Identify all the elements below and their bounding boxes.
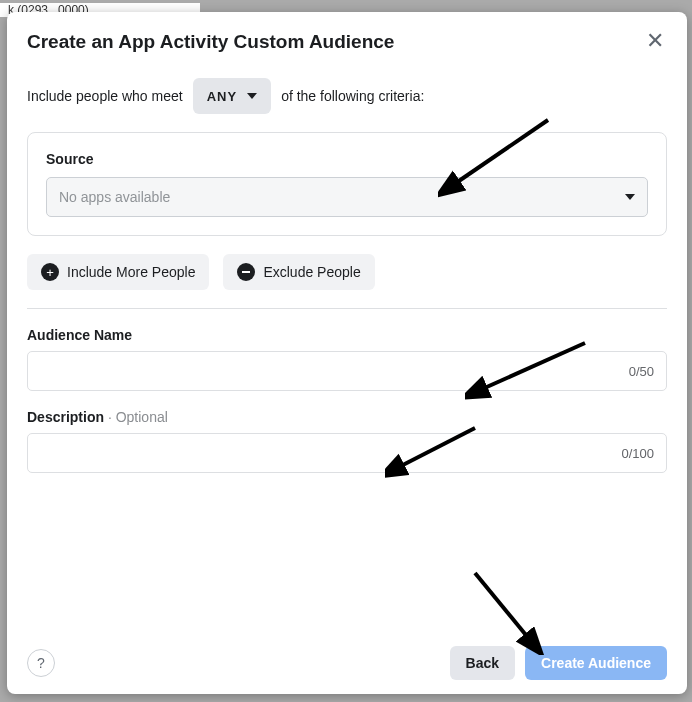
description-label-text: Description [27, 409, 104, 425]
plus-circle-icon: + [41, 263, 59, 281]
source-label: Source [46, 151, 648, 167]
close-icon[interactable]: ✕ [643, 30, 667, 54]
criteria-statement: Include people who meet ANY of the follo… [27, 78, 667, 114]
help-glyph: ? [37, 655, 45, 671]
chevron-down-icon [247, 93, 257, 99]
exclude-label: Exclude People [263, 264, 360, 280]
include-exclude-actions: + Include More People Exclude People [27, 254, 667, 290]
criteria-mode-value: ANY [207, 89, 237, 104]
section-divider [27, 308, 667, 309]
criteria-prefix: Include people who meet [27, 88, 183, 104]
audience-name-label: Audience Name [27, 327, 667, 343]
modal-body: Include people who meet ANY of the follo… [7, 62, 687, 632]
description-counter: 0/100 [621, 446, 654, 461]
include-more-label: Include More People [67, 264, 195, 280]
source-dropdown[interactable]: No apps available [46, 177, 648, 217]
criteria-mode-dropdown[interactable]: ANY [193, 78, 271, 114]
modal-header: Create an App Activity Custom Audience ✕ [7, 12, 687, 62]
create-audience-button[interactable]: Create Audience [525, 646, 667, 680]
audience-name-counter: 0/50 [629, 364, 654, 379]
exclude-people-button[interactable]: Exclude People [223, 254, 374, 290]
create-custom-audience-modal: Create an App Activity Custom Audience ✕… [7, 12, 687, 694]
minus-circle-icon [237, 263, 255, 281]
description-input[interactable]: 0/100 [27, 433, 667, 473]
back-button[interactable]: Back [450, 646, 515, 680]
help-icon[interactable]: ? [27, 649, 55, 677]
modal-title: Create an App Activity Custom Audience [27, 31, 394, 53]
include-more-people-button[interactable]: + Include More People [27, 254, 209, 290]
chevron-down-icon [625, 194, 635, 200]
source-card: Source No apps available [27, 132, 667, 236]
modal-footer: ? Back Create Audience [7, 632, 687, 694]
description-group: Description · Optional 0/100 [27, 409, 667, 473]
description-label: Description · Optional [27, 409, 667, 425]
source-placeholder: No apps available [59, 189, 170, 205]
audience-name-input[interactable]: 0/50 [27, 351, 667, 391]
description-optional-tag: · Optional [104, 409, 168, 425]
audience-name-group: Audience Name 0/50 [27, 327, 667, 391]
criteria-suffix: of the following criteria: [281, 88, 424, 104]
